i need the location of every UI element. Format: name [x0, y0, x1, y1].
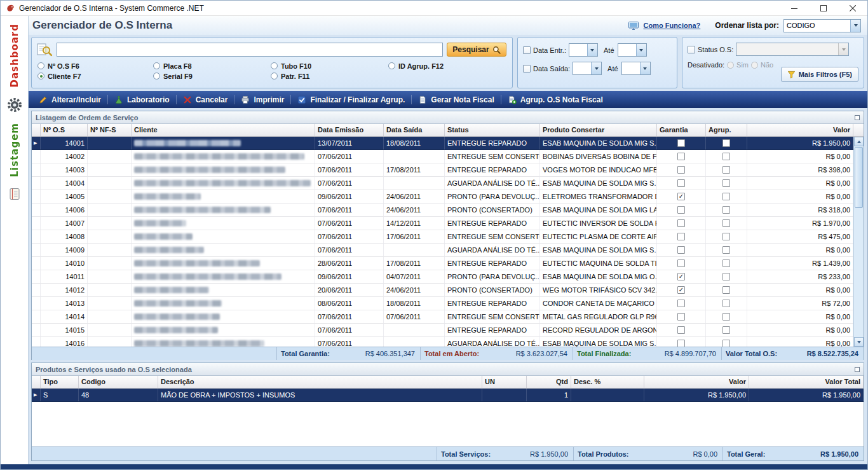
order-row[interactable]: 1400407/06/2011AGUARDA ANÁLISE DO TÉ...E…: [32, 177, 853, 190]
garantia-checkbox[interactable]: ✓: [677, 193, 685, 200]
order-row[interactable]: 1400907/06/2011AGUARDA ANÁLISE DO TÉ...E…: [32, 244, 853, 257]
maximize-button[interactable]: [809, 1, 838, 15]
agrup-checkbox[interactable]: [722, 273, 730, 280]
scrollbar-thumb[interactable]: [855, 147, 863, 208]
column-header-valor-total[interactable]: Valor Total: [749, 376, 864, 388]
panel-maximize-icon[interactable]: [855, 367, 860, 372]
column-header-cliente[interactable]: Cliente: [132, 124, 315, 136]
agrup-checkbox[interactable]: [722, 246, 730, 254]
order-row[interactable]: 1401407/06/201107/06/2011ENTREGUE SEM CO…: [32, 310, 853, 324]
order-row[interactable]: ▶1400113/07/201118/08/2011ENTREGUE REPAR…: [32, 137, 853, 150]
combo-dropdown-button[interactable]: [850, 20, 860, 32]
column-header-data-sa-da[interactable]: Data Saída: [384, 124, 445, 136]
data-saida-to-select[interactable]: [621, 62, 651, 75]
agrup-checkbox[interactable]: [722, 300, 730, 307]
data-entr-checkbox[interactable]: [523, 46, 531, 54]
alterar-incluir-button[interactable]: Alterar/Incluir: [32, 91, 107, 108]
agrup-checkbox[interactable]: [722, 286, 730, 294]
garantia-checkbox[interactable]: [677, 139, 685, 147]
order-row[interactable]: 1400807/06/201117/06/2011ENTREGUE SEM CO…: [32, 230, 853, 244]
agrup-checkbox[interactable]: [722, 326, 730, 334]
close-button[interactable]: [838, 1, 867, 15]
sidebar-item-dashboard[interactable]: Dashboard: [9, 24, 20, 87]
garantia-checkbox[interactable]: [677, 259, 685, 267]
combo-dropdown-button[interactable]: [636, 44, 646, 56]
garantia-checkbox[interactable]: [677, 340, 685, 347]
agrup-checkbox[interactable]: [722, 233, 730, 240]
agrup-checkbox[interactable]: [722, 166, 730, 174]
column-header-desc[interactable]: Desc. %: [571, 376, 644, 388]
column-header-garantia[interactable]: Garantia: [657, 124, 706, 136]
garantia-checkbox[interactable]: [677, 166, 685, 174]
column-header-qtd[interactable]: Qtd: [527, 376, 571, 388]
data-saida-from-select[interactable]: [573, 62, 602, 75]
finalizar-finalizar-agrup-button[interactable]: Finalizar / Finalizar Agrup.: [291, 91, 411, 108]
status-os-checkbox[interactable]: [688, 46, 695, 53]
order-row[interactable]: 1400707/06/201114/12/2011ENTREGUE REPARA…: [32, 217, 853, 230]
order-by-select[interactable]: CODIGO: [783, 19, 861, 32]
agrup-checkbox[interactable]: [722, 259, 730, 267]
item-row[interactable]: ▶S48MÃO DE OBRA + IMPOSTOS + INSUMOS1R$ …: [32, 389, 864, 402]
garantia-checkbox[interactable]: [677, 246, 685, 254]
search-mode-radio-patr-f11[interactable]: Patr. F11: [271, 71, 388, 81]
order-row[interactable]: 1400307/06/201117/08/2011ENTREGUE REPARA…: [32, 163, 853, 177]
laboratorio-button[interactable]: Laboratorio: [108, 91, 176, 108]
pesquisar-button[interactable]: Pesquisar: [447, 43, 506, 57]
garantia-checkbox[interactable]: [677, 153, 685, 160]
order-row[interactable]: 1401109/06/201104/07/2011PRONTO (PARA DE…: [32, 270, 853, 284]
garantia-checkbox[interactable]: [677, 326, 685, 334]
gerar-nota-fiscal-button[interactable]: Gerar Nota Fiscal: [412, 91, 500, 108]
garantia-checkbox[interactable]: [677, 233, 685, 240]
combo-dropdown-button[interactable]: [591, 62, 601, 74]
panel-maximize-icon[interactable]: [855, 115, 860, 120]
garantia-checkbox[interactable]: [677, 219, 685, 227]
sidebar-item-listagem[interactable]: Listagem: [9, 123, 20, 177]
agrup-checkbox[interactable]: [722, 179, 730, 187]
column-header-agrup[interactable]: Agrup.: [706, 124, 747, 136]
column-header-tipo[interactable]: Tipo: [41, 376, 79, 388]
agrup-checkbox[interactable]: [722, 219, 730, 227]
data-entr-to-select[interactable]: [618, 43, 647, 57]
combo-dropdown-button[interactable]: [640, 62, 650, 74]
agrup-checkbox[interactable]: [722, 139, 730, 147]
column-header-descri-o[interactable]: Descrição: [158, 376, 482, 388]
agrup-checkbox[interactable]: [722, 153, 730, 160]
agrup-checkbox[interactable]: [722, 206, 730, 214]
scroll-up-button[interactable]: [854, 137, 864, 146]
agrup-checkbox[interactable]: [722, 193, 730, 200]
order-row[interactable]: 1400509/06/201124/06/2011PRONTO (PARA DE…: [32, 190, 853, 204]
order-row[interactable]: 1400607/06/201124/06/2011PRONTO (CONSERT…: [32, 204, 853, 217]
agrup-checkbox[interactable]: [722, 340, 730, 347]
garantia-checkbox[interactable]: [677, 313, 685, 321]
column-header-data-emiss-o[interactable]: Data Emissão: [315, 124, 384, 136]
order-row[interactable]: 1401220/06/201124/06/2011PRONTO (CONSERT…: [32, 284, 853, 297]
data-saida-checkbox[interactable]: [523, 65, 531, 73]
combo-dropdown-button[interactable]: [587, 44, 597, 56]
order-row[interactable]: 1401028/06/201117/08/2011ENTREGUE REPARA…: [32, 257, 853, 270]
column-header-n-nf-s[interactable]: Nº NF-S: [88, 124, 132, 136]
column-header-un[interactable]: UN: [482, 376, 527, 388]
scroll-down-button[interactable]: [854, 337, 864, 347]
cancelar-button[interactable]: Cancelar: [177, 91, 234, 108]
imprimir-button[interactable]: Imprimir: [234, 91, 290, 108]
search-mode-radio-n-o-s-f6[interactable]: Nº O.S F6: [37, 61, 153, 71]
minimize-button[interactable]: [780, 1, 809, 15]
search-input[interactable]: [57, 43, 443, 57]
column-header-valor[interactable]: Valor: [644, 376, 749, 388]
garantia-checkbox[interactable]: ✓: [677, 286, 685, 294]
column-header-valor[interactable]: Valor: [747, 124, 853, 136]
notebook-icon[interactable]: [8, 187, 22, 201]
search-mode-radio-id-agrup-f12[interactable]: ID Agrup. F12: [388, 61, 508, 71]
gear-icon[interactable]: [6, 97, 23, 113]
order-row[interactable]: 1401607/06/2011AGUARDA ANÁLISE DO TÉ...E…: [32, 337, 853, 347]
column-header-produto-consertar[interactable]: Produto Consertar: [540, 124, 657, 136]
order-row[interactable]: 1401507/06/2011ENTREGUE REPARADORECORD R…: [32, 324, 853, 337]
column-header-codigo[interactable]: Codigo: [79, 376, 158, 388]
search-mode-radio-cliente-f7[interactable]: Cliente F7: [37, 71, 153, 81]
garantia-checkbox[interactable]: [677, 300, 685, 307]
search-mode-radio-serial-f9[interactable]: Serial F9: [153, 71, 271, 81]
search-mode-radio-placa-f8[interactable]: Placa F8: [153, 61, 271, 71]
agrup-checkbox[interactable]: [722, 313, 730, 321]
agrup-o-s-nota-fiscal-button[interactable]: Agrup. O.S Nota Fiscal: [501, 91, 609, 108]
column-header-n-o-s[interactable]: Nº O.S: [41, 124, 88, 136]
